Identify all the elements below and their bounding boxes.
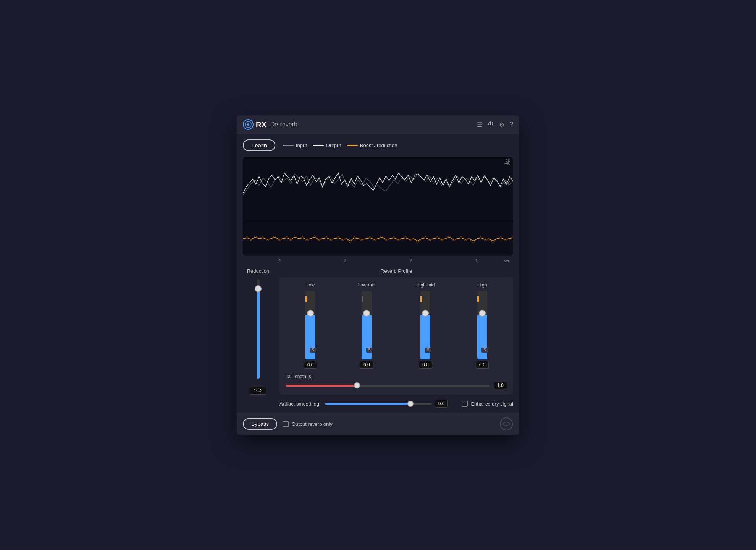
- main-controls: Reduction 16.2 Reverb Profile Low: [243, 268, 513, 408]
- input-legend: Input: [283, 142, 307, 148]
- band-track-high[interactable]: S: [477, 291, 487, 359]
- controls-bar: Learn Input Output Boost / reduction: [243, 139, 513, 151]
- input-line: [283, 145, 294, 146]
- reverb-profile-section: Reverb Profile Low S 6.0: [279, 268, 513, 408]
- band-fill-high: [477, 315, 487, 359]
- legend: Input Output Boost / reduction: [283, 142, 397, 148]
- footer-bar: Bypass Output reverb only: [237, 413, 519, 435]
- tail-value: 1.0: [494, 382, 507, 389]
- reduction-value: 16.2: [250, 387, 266, 395]
- band-slider-lowmid: Low-mid S 6.0: [358, 282, 375, 369]
- band-marker-highmid: [420, 296, 422, 302]
- band-marker-lowmid: [362, 296, 363, 302]
- waveform-bottom: [243, 222, 513, 256]
- artifact-slider-thumb[interactable]: [407, 401, 414, 407]
- tail-slider-track[interactable]: [286, 385, 490, 387]
- enhance-label: Enhance dry signal: [471, 401, 513, 407]
- footer-left: Bypass Output reverb only: [243, 418, 333, 430]
- output-reverb-section: Output reverb only: [283, 421, 333, 427]
- reduction-slider-track[interactable]: [257, 279, 260, 379]
- titlebar-icons: ☰ ⏱ ⚙ ?: [477, 121, 513, 128]
- reduction-section: Reduction 16.2: [243, 268, 273, 408]
- boost-line: [347, 145, 358, 146]
- band-value-high: 6.0: [476, 361, 489, 369]
- app-name: RX: [256, 120, 267, 129]
- band-slider-high: High S 6.0: [476, 282, 489, 369]
- time-labels: 4 3 2 1 sec: [243, 257, 513, 265]
- waveform-gray-svg: [243, 157, 513, 222]
- rx-logo: RX: [243, 119, 267, 130]
- bottom-controls: Artifact smoothing 9.0 Enhance dry signa…: [279, 400, 513, 408]
- tail-slider-thumb[interactable]: [354, 382, 360, 388]
- s-badge-highmid: S: [425, 348, 431, 353]
- artifact-value: 9.0: [435, 400, 448, 408]
- band-label-low: Low: [306, 282, 315, 288]
- band-track-highmid[interactable]: S: [420, 291, 430, 359]
- svg-point-2: [247, 123, 249, 126]
- rx-logo-icon: [243, 119, 254, 130]
- time-2: 2: [410, 258, 412, 263]
- content: Learn Input Output Boost / reduction: [237, 134, 519, 413]
- output-reverb-label: Output reverb only: [292, 421, 333, 427]
- band-value-low: 6.0: [304, 361, 317, 369]
- list-icon[interactable]: ☰: [477, 121, 482, 128]
- band-slider-highmid: High-mid S 6.0: [416, 282, 435, 369]
- band-thumb-highmid[interactable]: [422, 310, 429, 317]
- enhance-checkbox[interactable]: [462, 401, 468, 407]
- artifact-label: Artifact smoothing: [279, 401, 319, 407]
- band-track-lowmid[interactable]: S: [362, 291, 372, 359]
- history-icon[interactable]: ⏱: [488, 121, 494, 128]
- artifact-slider-row: 9.0: [325, 400, 448, 408]
- artifact-slider-fill: [325, 403, 410, 405]
- band-slider-low: Low S 6.0: [304, 282, 317, 369]
- settings-icon[interactable]: ⚙: [499, 121, 504, 128]
- s-badge-high: S: [481, 348, 488, 353]
- titlebar-left: RX De-reverb: [243, 119, 297, 130]
- s-badge-lowmid: S: [366, 348, 373, 353]
- reduction-slider-fill: [257, 291, 260, 379]
- band-thumb-lowmid[interactable]: [363, 310, 370, 317]
- footer-logo-icon: [499, 417, 513, 431]
- band-thumb-low[interactable]: [307, 310, 314, 317]
- tail-section: Tail length [s] 1.0: [286, 374, 507, 389]
- band-fill-low: [305, 315, 315, 359]
- output-reverb-checkbox[interactable]: [283, 421, 289, 427]
- band-fill-lowmid: [362, 315, 372, 359]
- input-label: Input: [296, 142, 307, 148]
- boost-legend: Boost / reduction: [347, 142, 397, 148]
- tail-slider-fill: [286, 385, 357, 387]
- boost-label: Boost / reduction: [360, 142, 397, 148]
- waveform-orange-svg: [243, 222, 513, 256]
- reverb-profile-label: Reverb Profile: [279, 268, 513, 274]
- window-title: De-reverb: [270, 121, 297, 128]
- band-marker-high: [477, 296, 479, 302]
- bypass-button[interactable]: Bypass: [243, 418, 277, 430]
- band-thumb-high[interactable]: [479, 310, 486, 317]
- reduction-slider-container: [257, 278, 260, 385]
- enhance-section: Enhance dry signal: [462, 401, 513, 407]
- app-window: RX De-reverb ☰ ⏱ ⚙ ? Learn Input Output: [237, 115, 519, 435]
- titlebar: RX De-reverb ☰ ⏱ ⚙ ?: [237, 115, 519, 134]
- waveform-top: -40 -60 dB: [243, 157, 513, 222]
- db-label-60: -60: [504, 181, 510, 185]
- tail-slider-row: 1.0: [286, 382, 507, 389]
- sec-label: sec: [504, 258, 510, 263]
- reduction-slider-thumb[interactable]: [255, 285, 262, 292]
- time-4: 4: [278, 258, 281, 263]
- time-3: 3: [344, 258, 346, 263]
- reduction-label: Reduction: [247, 268, 270, 274]
- output-legend: Output: [313, 142, 341, 148]
- s-badge-low: S: [310, 348, 316, 353]
- reverb-profile-inner: Low S 6.0 Low-mid: [279, 277, 513, 395]
- output-line: [313, 145, 324, 146]
- help-icon[interactable]: ?: [510, 121, 513, 128]
- time-1: 1: [475, 258, 478, 263]
- waveform-container: -40 -60 dB: [243, 157, 513, 256]
- band-value-highmid: 6.0: [419, 361, 432, 369]
- learn-button[interactable]: Learn: [243, 139, 275, 151]
- artifact-slider-track[interactable]: [325, 403, 432, 405]
- band-label-lowmid: Low-mid: [358, 282, 375, 288]
- band-marker-low: [305, 296, 307, 302]
- band-track-low[interactable]: S: [305, 291, 315, 359]
- band-sliders-row: Low S 6.0 Low-mid: [286, 282, 507, 369]
